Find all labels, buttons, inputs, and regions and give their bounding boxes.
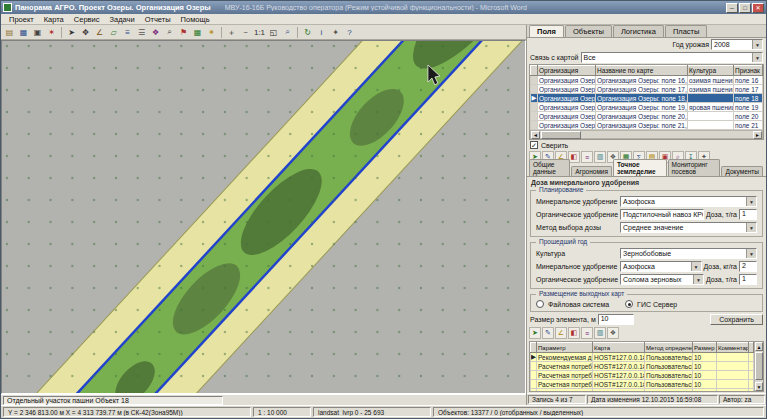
minimize-button[interactable]: ─ (726, 3, 738, 13)
zoom-out-icon[interactable]: － (239, 26, 252, 39)
zoom-all-icon[interactable]: ◱ (267, 26, 280, 39)
planning-organic-dose-input[interactable]: 1 (739, 209, 757, 220)
subtab-Агрономия[interactable]: Агрономия (571, 166, 612, 176)
maps-chart-icon[interactable]: ▥ (594, 327, 606, 339)
maximize-button[interactable]: □ (739, 3, 751, 13)
flag-icon[interactable]: ⚑ (177, 26, 190, 39)
map-canvas[interactable] (1, 40, 526, 394)
scroll-right-icon[interactable]: ► (753, 131, 762, 139)
scroll-left-icon[interactable]: ◄ (531, 131, 540, 139)
table-row[interactable]: Организация ОзерыОрганизация Озеры: поле… (531, 76, 763, 85)
previous-organic-dose-input[interactable]: 1 (739, 274, 757, 285)
layers-icon[interactable]: ≡ (121, 26, 134, 39)
file-system-radio[interactable] (536, 300, 544, 308)
fields-table[interactable]: ОрганизацияНазвание по картеКультураПриз… (530, 65, 763, 130)
table-row[interactable]: Организация ОзерыОрганизация Озеры: поле… (531, 121, 763, 130)
column-header[interactable]: Признак (734, 66, 763, 76)
select-object-icon[interactable]: ➤ (65, 26, 78, 39)
tool-layers-icon[interactable]: ≡ (581, 151, 593, 163)
column-header[interactable]: Культура (688, 66, 734, 76)
objects-icon[interactable]: ❖ (149, 26, 162, 39)
tab-Объекты[interactable]: Объекты (565, 25, 612, 37)
column-header[interactable]: Комментарий (717, 343, 749, 353)
table-row[interactable]: Расчетная потребностьHOST#127.0.0.1#2247… (531, 371, 754, 380)
close-button[interactable]: ✕ (752, 3, 764, 13)
map-link-select[interactable]: Все ▼ (581, 52, 763, 63)
fields-table-hscrollbar[interactable]: ◄ ► (530, 130, 763, 139)
compare-checkbox[interactable]: ✓ (530, 141, 538, 149)
planning-mineral-select[interactable]: Азофоска ▼ (620, 196, 757, 207)
subtab-Мониторинг посевов[interactable]: Мониторинг посевов (668, 159, 721, 176)
previous-mineral-dose-input[interactable]: 2 (739, 261, 757, 272)
column-header[interactable]: Метод определения NPK в поле (645, 343, 693, 353)
table-row[interactable]: Содержание азота в поHOST#127.0.0.1#2247… (531, 389, 754, 393)
settings-icon[interactable]: ✦ (329, 26, 342, 39)
table-row[interactable]: Организация ОзерыОрганизация Озеры: поле… (531, 112, 763, 121)
ruler-icon[interactable]: ∠ (93, 26, 106, 39)
scroll-down-icon[interactable]: ▼ (755, 382, 763, 391)
planning-organic-select[interactable]: Подстилочный навоз КРС ▼ (620, 209, 704, 220)
table-row[interactable]: Расчетная потребностьHOST#127.0.0.1#2247… (531, 380, 754, 389)
refresh-icon[interactable]: ↻ (301, 26, 314, 39)
table-row[interactable]: ▶Организация ОзерыОрганизация Озеры: пол… (531, 94, 763, 103)
subtab-Точное земледелие[interactable]: Точное земледелие (613, 159, 667, 176)
maps-add-icon[interactable]: ➤ (529, 327, 541, 339)
search-icon[interactable]: ⌕ (163, 26, 176, 39)
column-header[interactable] (749, 343, 754, 353)
tab-Поля[interactable]: Поля (529, 25, 564, 37)
chevron-down-icon[interactable]: ▼ (746, 249, 756, 258)
tool-chart-icon[interactable]: ▥ (594, 151, 606, 163)
subtab-Общие данные[interactable]: Общие данные (529, 159, 570, 176)
pan-icon[interactable]: ✥ (79, 26, 92, 39)
table-row[interactable]: Расчетная потребностьHOST#127.0.0.1#2247… (531, 362, 754, 371)
column-header[interactable]: Карта (593, 343, 645, 353)
maps-excel-icon[interactable]: ≡ (581, 327, 593, 339)
menu-Задачи[interactable]: Задачи (104, 15, 139, 24)
maps-delete-icon[interactable]: ✎ (542, 327, 554, 339)
open-project-icon[interactable]: ▤ (3, 26, 16, 39)
menu-Отчеты[interactable]: Отчеты (140, 15, 176, 24)
chevron-down-icon[interactable]: ▼ (691, 262, 701, 271)
column-header[interactable]: Название по карте (596, 66, 688, 76)
previous-culture-select[interactable]: Зернобобовые ▼ (620, 248, 757, 259)
tab-Пласты[interactable]: Пласты (665, 25, 708, 37)
table-row[interactable]: ▶Рекомендуемая доза уHOST#127.0.0.1#2247… (531, 353, 754, 362)
chevron-down-icon[interactable]: ▼ (746, 223, 756, 232)
dose-method-select[interactable]: Среднее значение ▼ (620, 222, 757, 233)
scroll-thumb[interactable] (755, 352, 763, 380)
save-button[interactable]: Сохранить (710, 314, 763, 325)
previous-mineral-select[interactable]: Азофоска ▼ (620, 261, 702, 272)
menu-Помощь[interactable]: Помощь (176, 15, 215, 24)
chevron-down-icon[interactable]: ▼ (693, 275, 703, 284)
grid-icon[interactable]: ▦ (191, 26, 204, 39)
area-icon[interactable]: ▱ (107, 26, 120, 39)
menu-Карта[interactable]: Карта (39, 15, 69, 24)
year-select[interactable]: 2008 ▼ (711, 39, 763, 50)
zoom-in-icon[interactable]: ＋ (225, 26, 238, 39)
scroll-thumb[interactable] (541, 131, 581, 139)
menu-Проект[interactable]: Проект (4, 15, 39, 24)
output-maps-table[interactable]: ПараметрКартаМетод определения NPK в пол… (530, 342, 754, 392)
menu-Сервис[interactable]: Сервис (69, 15, 105, 24)
column-header[interactable]: Организация (538, 66, 596, 76)
save-icon[interactable]: ▦ (17, 26, 30, 39)
column-header[interactable]: Параметр (537, 343, 593, 353)
subtab-Документы[interactable]: Документы (721, 166, 763, 176)
maps-open-icon[interactable]: ∠ (555, 327, 567, 339)
chevron-down-icon[interactable]: ▼ (752, 53, 762, 62)
tab-Логистика[interactable]: Логистика (613, 25, 664, 37)
legend-icon[interactable]: ☰ (135, 26, 148, 39)
star-icon[interactable]: ✴ (205, 26, 218, 39)
scroll-up-icon[interactable]: ▲ (755, 342, 763, 351)
table-row[interactable]: Организация ОзерыОрганизация Озеры: поле… (531, 103, 763, 112)
gis-server-radio[interactable] (625, 300, 633, 308)
help-icon[interactable]: ? (343, 26, 356, 39)
column-header[interactable]: Размер элемента, м (693, 343, 717, 353)
maps-table-vscrollbar[interactable]: ▲ ▼ (754, 342, 763, 391)
chevron-down-icon[interactable]: ▼ (752, 40, 762, 49)
zoom-1-1-icon[interactable]: 1:1 (253, 26, 266, 39)
scale-readout[interactable]: 1 : 10 000 (253, 407, 311, 417)
element-size-input[interactable]: 10 (598, 314, 634, 325)
info-icon[interactable]: i (315, 26, 328, 39)
maps-print-icon[interactable]: ❖ (607, 327, 619, 339)
